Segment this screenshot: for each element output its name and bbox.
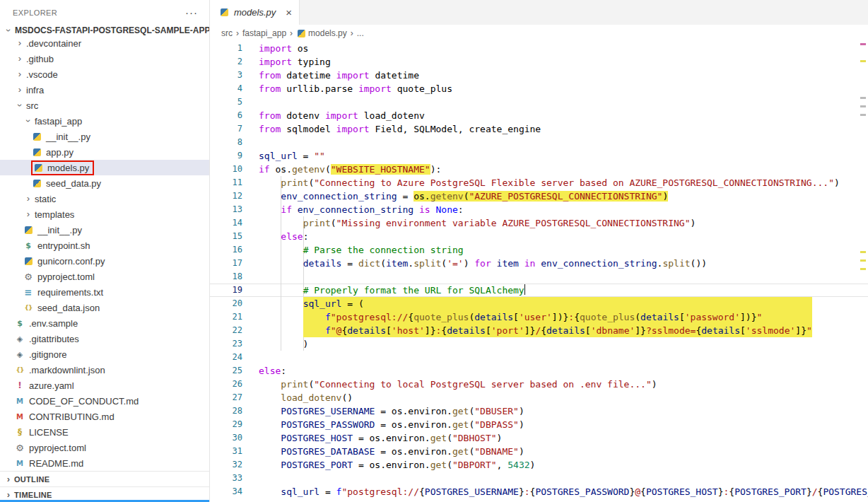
- code-line: f"@{details['host']}:{details['port']}/{…: [259, 324, 868, 337]
- python-file-icon: [33, 162, 44, 173]
- tree-item-label: .gitattributes: [28, 334, 79, 344]
- tab-models-py[interactable]: models.py ×: [210, 0, 300, 25]
- line-number: 33: [210, 472, 242, 485]
- tree-item-label: azure.yaml: [28, 380, 74, 391]
- tree-item-label: infra: [25, 85, 44, 95]
- tree-item-templates[interactable]: ›templates: [0, 206, 209, 222]
- code-editor[interactable]: 1234567891011121314151617181920212223242…: [210, 42, 868, 502]
- line-number: 30: [210, 431, 242, 445]
- tree-item-src[interactable]: ›src: [0, 98, 209, 113]
- chevron-right-icon: ›: [14, 53, 25, 64]
- tree-item-label: CONTRIBUTING.md: [28, 411, 115, 422]
- line-number: 32: [210, 458, 242, 472]
- close-icon[interactable]: ×: [286, 7, 292, 18]
- sidebar-sections: ›OUTLINE›TIMELINE: [0, 471, 209, 502]
- tree-item-pyproject-toml[interactable]: pyproject.toml: [0, 440, 209, 455]
- code-line: print("Missing environment variable AZUR…: [259, 216, 868, 230]
- code-line: ): [259, 337, 868, 351]
- tree-item-models-py[interactable]: models.py: [0, 160, 209, 175]
- code-line: env_connection_string = os.getenv("AZURE…: [259, 189, 868, 203]
- tree-item--devcontainer[interactable]: ›.devcontainer: [0, 35, 209, 51]
- breadcrumb-label: ...: [357, 28, 364, 38]
- tree-item-pyproject-toml[interactable]: pyproject.toml: [0, 269, 209, 284]
- shell-file-icon: [14, 317, 25, 329]
- code-line: else:: [259, 364, 868, 378]
- tree-item-entrypoint-sh[interactable]: entrypoint.sh: [0, 238, 209, 253]
- code-line: # Properly format the URL for SQLAlchemy: [259, 284, 868, 297]
- tree-item-readme-md[interactable]: README.md: [0, 455, 209, 471]
- license-file-icon: [14, 426, 25, 438]
- code-line: [259, 136, 868, 149]
- tab-bar: models.py ×: [210, 0, 868, 25]
- code-line: POSTGRES_PASSWORD = os.environ.get("DBPA…: [259, 418, 868, 431]
- gear-file-icon: [23, 271, 34, 282]
- tree-item-license[interactable]: LICENSE: [0, 424, 209, 440]
- line-number: 19: [210, 284, 242, 297]
- explorer-header: EXPLORER ···: [0, 0, 209, 25]
- chevron-down-icon: ›: [14, 100, 25, 111]
- tree-item--init-py[interactable]: __init__.py: [0, 222, 209, 238]
- tree-item--github[interactable]: ›.github: [0, 51, 209, 66]
- tree-item-label: .devcontainer: [25, 38, 81, 49]
- code-line: details = dict(item.split('=') for item …: [259, 257, 868, 270]
- overview-ruler[interactable]: [858, 42, 868, 502]
- tree-item-label: requirements.txt: [37, 287, 103, 298]
- tree-item-label: __init__.py: [37, 225, 82, 235]
- sidebar-section-outline[interactable]: ›OUTLINE: [0, 471, 209, 486]
- chevron-right-icon: ›: [3, 489, 14, 501]
- tree-item-fastapi-app[interactable]: ›fastapi_app: [0, 113, 209, 129]
- tree-item--gitattributes[interactable]: .gitattributes: [0, 331, 209, 346]
- tree-item-gunicorn-conf-py[interactable]: gunicorn.conf.py: [0, 253, 209, 269]
- code-line: [259, 270, 868, 284]
- markdown-file-icon: [14, 395, 25, 407]
- line-number: 25: [210, 364, 242, 378]
- chevron-right-icon: ›: [14, 84, 25, 95]
- code-line: f"postgresql://{quote_plus(details['user…: [259, 310, 868, 324]
- tree-item-contributing-md[interactable]: CONTRIBUTING.md: [0, 409, 209, 424]
- line-number: 9: [210, 149, 242, 163]
- json-file-icon: [14, 364, 25, 375]
- more-actions-icon[interactable]: ···: [185, 6, 198, 18]
- git-file-icon: [14, 333, 25, 344]
- code-line: load_dotenv(): [259, 391, 868, 404]
- breadcrumb-item[interactable]: ...: [357, 28, 364, 38]
- line-number-gutter: 1234567891011121314151617181920212223242…: [210, 42, 242, 502]
- tree-item--gitignore[interactable]: .gitignore: [0, 346, 209, 362]
- tree-item--init-py[interactable]: __init__.py: [0, 129, 209, 144]
- python-file-icon: [31, 177, 42, 189]
- breadcrumb-item[interactable]: src: [221, 28, 233, 38]
- tree-item--vscode[interactable]: ›.vscode: [0, 66, 209, 82]
- line-number: 8: [210, 136, 242, 149]
- code-line: from dotenv import load_dotenv: [259, 109, 868, 122]
- tree-item-label: .markdownlint.json: [28, 365, 105, 375]
- tree-item-seed-data-json[interactable]: seed_data.json: [0, 300, 209, 315]
- code-line: [259, 351, 868, 364]
- json-file-icon: [23, 302, 34, 313]
- tree-item-requirements-txt[interactable]: requirements.txt: [0, 284, 209, 300]
- tree-item-label: models.py: [47, 163, 89, 173]
- overview-ruler-mark: [860, 251, 866, 253]
- tree-item-label: seed_data.json: [37, 303, 100, 313]
- section-label: TIMELINE: [14, 491, 52, 499]
- tree-item-label: fastapi_app: [34, 116, 82, 127]
- tree-root-folder[interactable]: › MSDOCS-FASTAPI-POSTGRESQL-SAMPLE-APP […: [0, 25, 209, 35]
- git-file-icon: [14, 349, 25, 360]
- breadcrumb: src›fastapi_app›models.py›...: [210, 25, 868, 42]
- line-number: 2: [210, 55, 242, 69]
- code-line: print("Connecting to local PostgreSQL se…: [259, 378, 868, 391]
- tree-item-seed-data-py[interactable]: seed_data.py: [0, 175, 209, 191]
- tree-item-label: pyproject.toml: [37, 272, 95, 282]
- breadcrumb-item[interactable]: fastapi_app: [242, 28, 286, 38]
- tree-item-app-py[interactable]: app.py: [0, 144, 209, 160]
- tree-item--markdownlint-json[interactable]: .markdownlint.json: [0, 362, 209, 378]
- tree-item-code-of-conduct-md[interactable]: CODE_OF_CONDUCT.md: [0, 393, 209, 409]
- code-line: [259, 472, 868, 485]
- tree-item--env-sample[interactable]: .env.sample: [0, 315, 209, 331]
- tree-item-static[interactable]: ›static: [0, 191, 209, 206]
- tree-item-infra[interactable]: ›infra: [0, 82, 209, 98]
- breadcrumb-item[interactable]: models.py: [296, 28, 347, 39]
- tree-item-azure-yaml[interactable]: azure.yaml: [0, 378, 209, 393]
- code-line: POSTGRES_HOST = os.environ.get("DBHOST"): [259, 431, 868, 445]
- code-content[interactable]: import osimport typingfrom datetime impo…: [259, 42, 868, 502]
- tree-item-label: app.py: [45, 147, 74, 158]
